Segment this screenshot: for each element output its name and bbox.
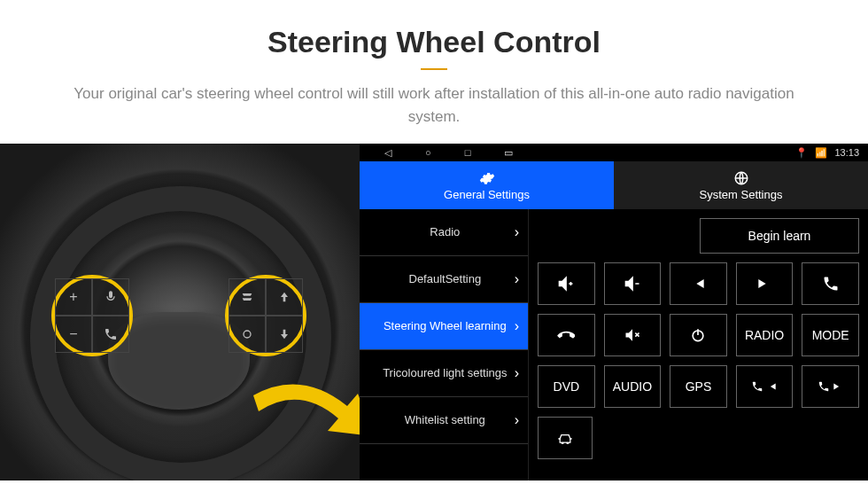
wifi-status-icon: 📶 xyxy=(815,147,827,159)
tab-system-settings[interactable]: System Settings xyxy=(614,161,868,209)
android-statusbar: ◁ ○ □ ▭ 📍 📶 13:13 xyxy=(360,144,868,161)
swc-dvd-button[interactable]: DVD xyxy=(538,365,595,408)
hangup-icon xyxy=(557,326,575,344)
previous-icon xyxy=(689,275,707,293)
menu-whitelist-setting[interactable]: Whitelist setting› xyxy=(360,397,528,444)
phone-icon xyxy=(818,380,830,393)
next-icon xyxy=(832,380,844,393)
steering-wheel-photo: + − xyxy=(0,144,360,480)
recent-icon[interactable]: □ xyxy=(465,147,471,159)
volume-up-icon xyxy=(557,275,575,293)
swc-hangup-button[interactable] xyxy=(538,314,595,356)
swc-mute-button[interactable] xyxy=(604,314,662,356)
source-icon xyxy=(229,278,266,316)
phone-icon xyxy=(822,275,840,293)
learn-slot-empty xyxy=(538,218,691,254)
swc-mode-button[interactable]: MODE xyxy=(802,314,859,356)
swc-next-track-button[interactable] xyxy=(736,262,794,305)
mute-icon xyxy=(624,326,641,344)
wheel-left-controls: + − xyxy=(51,275,133,356)
tab-system-label: System Settings xyxy=(700,188,783,201)
circle-icon xyxy=(229,316,266,353)
swc-volume-up-button[interactable] xyxy=(538,262,595,305)
back-icon[interactable]: ◁ xyxy=(384,147,391,159)
begin-learn-button[interactable]: Begin learn xyxy=(700,218,859,254)
swc-audio-button[interactable]: AUDIO xyxy=(604,365,662,408)
volume-down-icon xyxy=(624,275,641,293)
clock: 13:13 xyxy=(834,147,859,158)
gps-status-icon: 📍 xyxy=(795,147,808,159)
swc-volume-down-button[interactable] xyxy=(604,262,662,305)
chevron-right-icon: › xyxy=(515,411,519,428)
phone-icon xyxy=(751,380,763,393)
gear-icon xyxy=(479,170,495,186)
chevron-right-icon: › xyxy=(515,270,519,287)
swc-gps-button[interactable]: GPS xyxy=(670,365,727,408)
wheel-right-controls xyxy=(225,275,306,356)
previous-icon xyxy=(765,380,778,393)
power-icon xyxy=(689,326,707,344)
swc-power-button[interactable] xyxy=(670,314,727,356)
tab-general-settings[interactable]: General Settings xyxy=(360,161,614,209)
menu-radio[interactable]: Radio› xyxy=(360,209,528,256)
svg-point-0 xyxy=(244,331,251,338)
car-icon xyxy=(556,429,574,447)
title-divider xyxy=(421,68,447,70)
globe-icon xyxy=(733,170,749,186)
page-title: Steering Wheel Control xyxy=(53,25,815,59)
home-icon[interactable]: ○ xyxy=(425,147,431,159)
page-subtitle: Your original car's steering wheel contr… xyxy=(53,82,815,128)
nav-up-icon xyxy=(266,278,303,316)
swc-phone-next-button[interactable] xyxy=(802,365,859,408)
chevron-right-icon: › xyxy=(515,364,519,381)
menu-default-setting[interactable]: DefaultSetting› xyxy=(360,256,528,303)
swc-prev-track-button[interactable] xyxy=(670,262,727,305)
phone-icon xyxy=(92,316,129,353)
swc-radio-button[interactable]: RADIO xyxy=(736,314,794,356)
volume-down-icon: − xyxy=(55,316,92,353)
next-icon xyxy=(756,275,773,293)
menu-steering-wheel-learning[interactable]: Steering Wheel learning› xyxy=(360,303,528,350)
swc-car-button[interactable] xyxy=(538,417,593,459)
swc-answer-button[interactable] xyxy=(802,262,859,305)
chevron-right-icon: › xyxy=(515,317,519,334)
tab-general-label: General Settings xyxy=(444,188,530,201)
chevron-right-icon: › xyxy=(515,223,519,240)
nav-down-icon xyxy=(266,316,303,353)
menu-tricoloured-light[interactable]: Tricoloured light settings› xyxy=(360,350,528,397)
screenshot-icon[interactable]: ▭ xyxy=(504,147,513,159)
volume-up-icon: + xyxy=(55,278,92,316)
voice-icon xyxy=(92,278,129,316)
head-unit-screen: ◁ ○ □ ▭ 📍 📶 13:13 General Settings Syste… xyxy=(360,144,868,480)
swc-phone-prev-button[interactable] xyxy=(736,365,794,408)
